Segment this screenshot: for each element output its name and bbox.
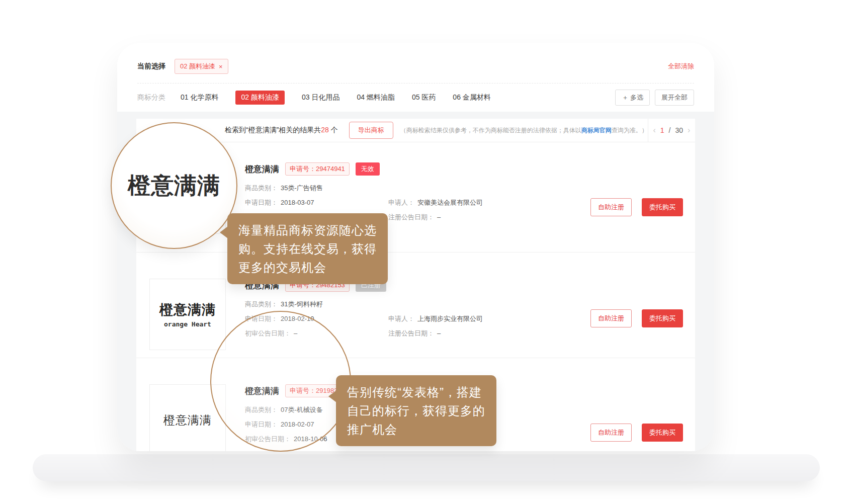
magnifier-lens [210,311,351,452]
clear-all-link[interactable]: 全部清除 [668,62,694,71]
application-number-tag: 申请号：29474941 [285,162,350,176]
trademark-name: 橙意满满 [245,163,279,175]
disclaimer-pre: （商标检索结果仅供参考，不作为商标能否注册的法律依据；具体以 [400,127,581,134]
disclaimer-post: 查询为准。） [612,127,648,134]
category-row: 商标分类 01 化学原料 02 颜料油漆 03 日化用品 04 燃料油脂 05 … [137,83,694,112]
current-selection-row: 当前选择 02 颜料油漆 × 全部清除 [137,58,694,75]
pagination-separator: / [669,126,671,134]
category-item-02-selected[interactable]: 02 颜料油漆 [235,91,284,105]
trademark-title-line: 橙意满满 申请号：29474941 无效 [245,162,582,176]
entrust-buy-button[interactable]: 委托购买 [642,309,683,327]
tooltip-line: 海量精品商标资源随心选 [238,221,377,239]
row-actions: 自助注册 委托购买 [590,309,683,327]
selected-filter-tag-label: 02 颜料油漆 [180,62,215,71]
self-register-button[interactable]: 自助注册 [590,309,632,327]
expand-all-button[interactable]: 展开全部 [655,90,694,106]
trademark-image: 橙意满满 orange Heart [149,279,226,350]
table-row: 橙意满满 orange Heart 橙意满满 申请号：29482153 已注册 … [136,252,695,358]
trademark-image-text: 橙意满满 [163,412,212,428]
field-reg-pub: 注册公告日期：– [388,329,582,338]
application-number-value: 29474941 [316,165,345,173]
trademark-office-link[interactable]: 商标局官网 [581,127,612,134]
pagination-total: 30 [675,126,683,134]
tooltip-line: 更多的交易机会 [238,258,377,277]
trademark-image-subtext: orange Heart [164,320,211,328]
selected-filter-tag[interactable]: 02 颜料油漆 × [175,59,228,74]
self-register-button[interactable]: 自助注册 [590,198,632,216]
field-apply-date: 申请日期：2018-03-07 [245,198,388,207]
row-actions: 自助注册 委托购买 [590,424,683,442]
field-category: 商品类别：31类-饲料种籽 [245,300,582,309]
close-icon[interactable]: × [219,63,223,70]
pagination-current: 1 [660,126,664,134]
category-item-01[interactable]: 01 化学原料 [181,91,218,105]
results-summary-suffix: 个 [329,126,338,134]
page: 当前选择 02 颜料油漆 × 全部清除 商标分类 01 化学原料 02 颜料油漆… [0,0,853,504]
row-actions: 自助注册 委托购买 [590,198,683,216]
status-badge: 无效 [356,162,380,176]
category-item-06[interactable]: 06 金属材料 [453,91,490,105]
callout-tooltip: 海量精品商标资源随心选 购。支持在线交易，获得 更多的交易机会 [227,213,388,284]
field-reg-pub: 注册公告日期：– [388,213,582,222]
tooltip-arrow-icon [220,226,228,238]
entrust-buy-button[interactable]: 委托购买 [642,198,683,216]
category-row-label: 商标分类 [137,93,165,102]
results-summary-text: 检索到“橙意满满”相关的结果共 [225,126,321,134]
results-count: 28 [321,126,329,134]
disclaimer-text: （商标检索结果仅供参考，不作为商标能否注册的法律依据；具体以商标局官网查询为准。… [400,126,648,135]
category-item-03[interactable]: 03 日化用品 [302,91,339,105]
laptop-base [33,454,820,481]
self-register-button[interactable]: 自助注册 [590,424,632,442]
magnifier-lens: 橙意满满 [111,122,237,249]
pagination: ‹ 1 / 30 › [648,119,695,142]
tooltip-line: 告别传统“发表格”，搭建 [347,383,485,401]
tooltip-line: 推广机会 [347,420,485,439]
callout-tooltip: 告别传统“发表格”，搭建 自己的标行，获得更多的 推广机会 [336,375,496,446]
category-item-05[interactable]: 05 医药 [412,91,436,105]
tooltip-line: 自己的标行，获得更多的 [347,401,485,420]
tooltip-arrow-icon [328,390,336,402]
field-category: 商品类别：35类-广告销售 [245,184,582,193]
entrust-buy-button[interactable]: 委托购买 [642,424,683,442]
category-item-04[interactable]: 04 燃料油脂 [357,91,394,105]
magnified-trademark-text: 橙意满满 [128,171,220,201]
export-trademarks-button[interactable]: 导出商标 [349,122,393,139]
tooltip-line: 购。支持在线交易，获得 [238,239,377,258]
field-applicant: 申请人：安徽美达会展有限公司 [388,198,582,207]
results-summary: 检索到“橙意满满”相关的结果共28 个 [225,126,338,135]
field-applicant: 申请人：上海雨步实业有限公司 [388,314,582,323]
chevron-left-icon[interactable]: ‹ [653,126,655,135]
chevron-right-icon[interactable]: › [688,126,690,135]
filter-header: 当前选择 02 颜料油漆 × 全部清除 商标分类 01 化学原料 02 颜料油漆… [117,43,714,112]
current-selection-label: 当前选择 [137,62,165,71]
results-header: 检索到“橙意满满”相关的结果共28 个 导出商标 （商标检索结果仅供参考，不作为… [136,119,695,142]
multi-select-button[interactable]: ＋ 多选 [615,90,650,106]
trademark-image-text: 橙意满满 [159,301,216,319]
application-number-label: 申请号： [290,165,316,173]
